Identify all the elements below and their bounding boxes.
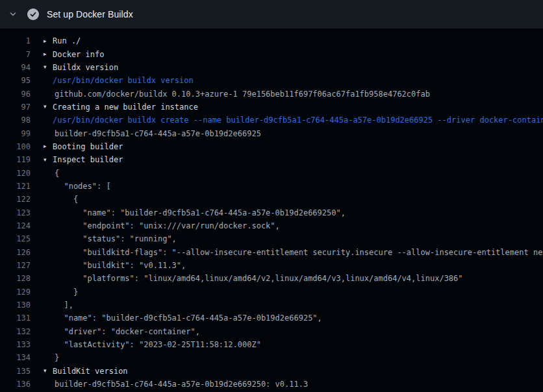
line-number[interactable]: 96 — [0, 90, 31, 99]
line-number[interactable]: 7 — [0, 50, 31, 59]
log-line: 96 github.com/docker/buildx 0.10.3+azure… — [0, 87, 543, 100]
chevron-down-icon[interactable] — [8, 9, 18, 19]
line-number[interactable]: 120 — [0, 169, 31, 178]
line-number[interactable]: 128 — [0, 274, 31, 283]
log-line: 123 "name": "builder-d9cfb5a1-c764-445a-… — [0, 206, 543, 219]
line-number[interactable]: 121 — [0, 182, 31, 191]
line-number[interactable]: 100 — [0, 142, 31, 151]
line-text: github.com/docker/buildx 0.10.3+azure-1 … — [55, 90, 430, 99]
log-line: 121 "nodes": [ — [0, 180, 543, 193]
line-text: builder-d9cfb5a1-c764-445a-a57e-0b19d2e6… — [55, 380, 308, 389]
log-line[interactable]: 7 ▸ Docker info — [0, 47, 543, 60]
line-text: Run ./ — [53, 36, 81, 45]
triangle-expanded-icon[interactable]: ▾ — [44, 64, 53, 70]
line-text: "endpoint": "unix:///var/run/docker.sock… — [55, 221, 280, 230]
line-number[interactable]: 1 — [0, 36, 31, 45]
log-line: 122 { — [0, 193, 543, 206]
line-text: "status": "running", — [55, 234, 177, 243]
line-number[interactable]: 126 — [0, 248, 31, 257]
line-text: "name": "builder-d9cfb5a1-c764-445a-a57e… — [55, 313, 322, 323]
line-text: Booting builder — [53, 142, 123, 151]
line-text: BuildKit version — [53, 367, 128, 376]
line-number[interactable]: 127 — [0, 261, 31, 270]
log-line: 136 builder-d9cfb5a1-c764-445a-a57e-0b19… — [0, 378, 543, 391]
line-number[interactable]: 135 — [0, 367, 31, 376]
log-line: 99 builder-d9cfb5a1-c764-445a-a57e-0b19d… — [0, 127, 543, 140]
triangle-expanded-icon[interactable]: ▾ — [44, 104, 53, 110]
log-line[interactable]: 135 ▾ BuildKit version — [0, 365, 543, 378]
line-text: Creating a new builder instance — [53, 103, 198, 112]
line-number[interactable]: 136 — [0, 380, 31, 389]
line-text: ], — [55, 300, 73, 310]
log-line: 129 } — [0, 286, 543, 299]
log-line: 134 } — [0, 351, 543, 364]
line-text: "name": "builder-d9cfb5a1-c764-445a-a57e… — [55, 208, 346, 217]
log-line: 120 { — [0, 166, 543, 179]
line-number[interactable]: 98 — [0, 116, 31, 125]
line-number[interactable]: 129 — [0, 288, 31, 297]
step-title: Set up Docker Buildx — [47, 9, 133, 19]
line-text: { — [55, 169, 59, 178]
log-lines-container: 1 ▸ Run ./ 7 ▸ Docker info 94 ▾ Buildx v… — [0, 29, 543, 391]
log-line: 131 "name": "builder-d9cfb5a1-c764-445a-… — [0, 312, 543, 325]
line-number[interactable]: 134 — [0, 353, 31, 362]
line-text: Docker info — [53, 50, 104, 59]
line-number[interactable]: 99 — [0, 129, 31, 138]
line-text: } — [55, 288, 78, 297]
line-text: "lastActivity": "2023-02-25T11:58:12.000… — [55, 340, 261, 349]
line-number[interactable]: 125 — [0, 234, 31, 243]
log-line: 95 /usr/bin/docker buildx version — [0, 74, 543, 87]
log-line: 128 "platforms": "linux/amd64,linux/amd6… — [0, 272, 543, 285]
line-text: { — [55, 195, 78, 204]
log-line: 125 "status": "running", — [0, 232, 543, 245]
line-number[interactable]: 131 — [0, 313, 31, 323]
triangle-collapsed-icon[interactable]: ▸ — [44, 143, 53, 149]
triangle-expanded-icon[interactable]: ▾ — [44, 157, 53, 163]
log-line[interactable]: 97 ▾ Creating a new builder instance — [0, 101, 543, 114]
line-number[interactable]: 95 — [0, 76, 31, 85]
line-text: "buildkit": "v0.11.3", — [55, 261, 186, 270]
log-line: 130 ], — [0, 299, 543, 312]
line-text: "nodes": [ — [55, 182, 111, 191]
log-line[interactable]: 94 ▾ Buildx version — [0, 61, 543, 74]
line-text: "platforms": "linux/amd64,linux/amd64/v2… — [55, 274, 463, 283]
log-line: 133 "lastActivity": "2023-02-25T11:58:12… — [0, 338, 543, 351]
line-text: /usr/bin/docker buildx create --name bui… — [53, 116, 543, 125]
line-text: } — [55, 353, 59, 362]
log-line[interactable]: 119 ▾ Inspect builder — [0, 153, 543, 166]
step-header[interactable]: Set up Docker Buildx — [0, 0, 543, 29]
line-text: builder-d9cfb5a1-c764-445a-a57e-0b19d2e6… — [55, 129, 261, 138]
line-text: "buildkitd-flags": "--allow-insecure-ent… — [55, 248, 543, 257]
line-number[interactable]: 133 — [0, 340, 31, 349]
triangle-collapsed-icon[interactable]: ▸ — [44, 51, 53, 57]
line-text: "driver": "docker-container", — [55, 327, 200, 336]
log-line[interactable]: 1 ▸ Run ./ — [0, 34, 543, 47]
line-number[interactable]: 122 — [0, 195, 31, 204]
log-line: 126 "buildkitd-flags": "--allow-insecure… — [0, 246, 543, 259]
log-line[interactable]: 100 ▸ Booting builder — [0, 140, 543, 153]
line-number[interactable]: 123 — [0, 208, 31, 217]
log-line: 127 "buildkit": "v0.11.3", — [0, 259, 543, 272]
line-number[interactable]: 97 — [0, 103, 31, 112]
line-number[interactable]: 124 — [0, 221, 31, 230]
log-line: 98 /usr/bin/docker buildx create --name … — [0, 114, 543, 127]
line-text: /usr/bin/docker buildx version — [53, 76, 194, 85]
check-circle-icon — [27, 8, 39, 20]
log-line: 132 "driver": "docker-container", — [0, 325, 543, 338]
line-number[interactable]: 119 — [0, 155, 31, 164]
line-text: Buildx version — [53, 63, 118, 72]
log-line: 124 "endpoint": "unix:///var/run/docker.… — [0, 219, 543, 232]
line-text: Inspect builder — [53, 155, 123, 164]
triangle-expanded-icon[interactable]: ▾ — [44, 368, 53, 374]
line-number[interactable]: 94 — [0, 63, 31, 72]
triangle-collapsed-icon[interactable]: ▸ — [44, 38, 53, 44]
line-number[interactable]: 132 — [0, 327, 31, 336]
line-number[interactable]: 130 — [0, 300, 31, 310]
